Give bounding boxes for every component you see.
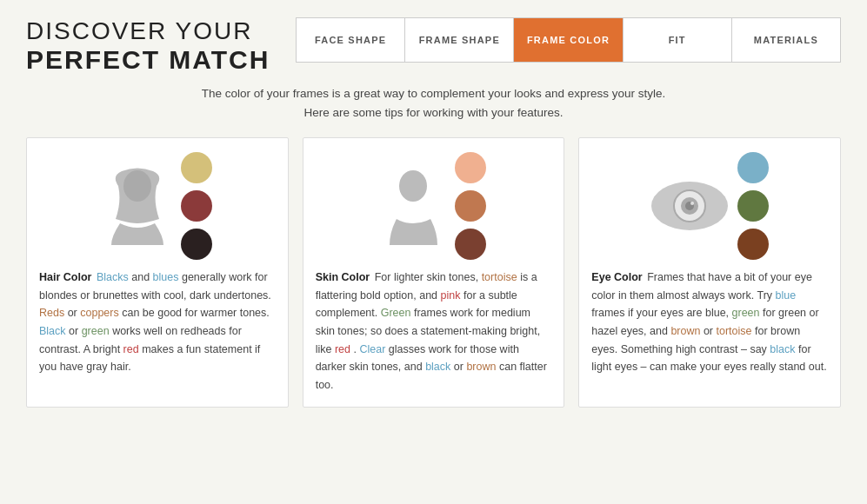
skin-color-label: Skin Color <box>316 271 370 283</box>
skin-color-green: Green <box>381 307 411 319</box>
tab-frame-color[interactable]: FRAME COLOR <box>514 18 623 62</box>
skin-color-dots <box>455 152 486 260</box>
header-section: DISCOVER YOUR PERFECT MATCH FACE SHAPE F… <box>26 17 841 74</box>
tab-frame-shape[interactable]: FRAME SHAPE <box>405 18 514 62</box>
color-dot-dark <box>455 229 486 260</box>
perfect-match-title: PERFECT MATCH <box>26 45 278 74</box>
hair-color-text2: can be good for warmer tones. <box>122 307 270 319</box>
svg-point-2 <box>399 170 427 202</box>
skin-color-info: Skin Color For lighter skin tones, torto… <box>316 269 552 394</box>
tab-materials[interactable]: MATERIALS <box>732 18 840 62</box>
nav-tabs: FACE SHAPE FRAME SHAPE FRAME COLOR FIT M… <box>296 17 841 63</box>
tab-face-shape[interactable]: FACE SHAPE <box>297 18 405 62</box>
subtitle: The color of your frames is a great way … <box>26 84 841 122</box>
color-dot-golden <box>181 152 212 183</box>
skin-color-black: black <box>425 361 450 373</box>
hair-color-info: Hair Color Blacks and blues generally wo… <box>39 269 276 376</box>
color-dot-auburn <box>181 190 212 222</box>
skin-color-visual <box>316 152 552 260</box>
hair-color-red: red <box>123 343 139 355</box>
color-dot-light <box>455 152 486 183</box>
cards-row: Hair Color Blacks and blues generally wo… <box>26 137 841 407</box>
hair-color-and1: and <box>131 271 152 283</box>
eye-silhouette <box>650 176 729 236</box>
tab-fit[interactable]: FIT <box>624 18 732 62</box>
color-dot-black <box>181 229 212 260</box>
hair-color-blacks: Blacks <box>97 271 129 283</box>
hair-color-reds: Reds <box>39 307 64 319</box>
skin-color-card: Skin Color For lighter skin tones, torto… <box>303 137 565 407</box>
color-dot-green <box>737 190 769 222</box>
hair-color-coppers: coppers <box>80 307 118 319</box>
eye-color-green: green <box>732 307 760 319</box>
hair-color-blues: blues <box>153 271 179 283</box>
skin-color-text1: For lighter skin tones, <box>375 271 482 283</box>
hair-color-green: green <box>82 325 110 337</box>
discover-title: DISCOVER YOUR <box>26 17 278 45</box>
eye-color-text2: frames if your eyes are blue, <box>591 307 731 319</box>
skin-color-red: red <box>335 343 350 355</box>
hair-color-dots <box>181 152 212 260</box>
hair-color-black: Black <box>39 325 66 337</box>
eye-color-tortoise: tortoise <box>717 325 752 337</box>
title-block: DISCOVER YOUR PERFECT MATCH <box>26 17 278 74</box>
eye-color-card: Eye Color Frames that have a bit of your… <box>578 137 841 407</box>
eye-color-label: Eye Color <box>591 271 642 283</box>
skin-color-brown: brown <box>466 361 496 373</box>
svg-point-7 <box>690 202 694 205</box>
eye-color-or1: or <box>704 325 717 337</box>
eye-color-brown: brown <box>670 325 700 337</box>
page-wrapper: DISCOVER YOUR PERFECT MATCH FACE SHAPE F… <box>0 0 867 504</box>
eye-color-info: Eye Color Frames that have a bit of your… <box>591 269 828 376</box>
hair-color-label: Hair Color <box>39 271 91 283</box>
skin-color-pink: pink <box>441 289 461 302</box>
eye-color-black: black <box>770 343 795 355</box>
male-silhouette <box>381 167 446 245</box>
hair-color-card: Hair Color Blacks and blues generally wo… <box>26 137 289 407</box>
eye-color-dots <box>737 152 769 260</box>
eye-color-visual <box>591 152 828 260</box>
color-dot-brown <box>737 229 769 260</box>
skin-color-clear: Clear <box>359 343 385 355</box>
eye-color-blue: blue <box>776 289 797 302</box>
hair-color-visual <box>39 152 276 260</box>
skin-color-tortoise: tortoise <box>482 271 517 283</box>
skin-color-or: or <box>454 361 467 373</box>
color-dot-blue <box>737 152 769 183</box>
hair-color-or1: or <box>68 307 81 319</box>
hair-color-or2: or <box>69 325 82 337</box>
svg-point-1 <box>123 170 151 202</box>
female-silhouette <box>103 167 172 245</box>
color-dot-medium <box>455 190 486 222</box>
